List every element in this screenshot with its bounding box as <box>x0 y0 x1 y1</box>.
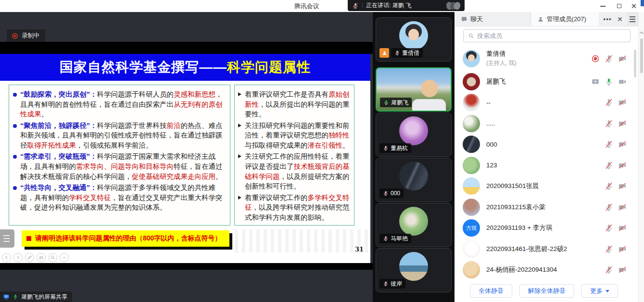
mic-muted-icon[interactable] <box>605 98 613 107</box>
bullet-text: “需求牵引，突破瓶颈”：科学问题源于国家重大需求和经济主战场，且具有鲜明的需求导… <box>20 151 225 181</box>
member-row[interactable]: 方琪 20220931193 + 李方琪 <box>455 218 633 239</box>
camera-muted-icon[interactable] <box>618 203 627 212</box>
mute-all-button[interactable]: 全体静音 <box>470 284 512 298</box>
mic-muted-icon[interactable] <box>605 182 613 190</box>
tencent-meeting-window: 腾讯会议 ✕ 正在讲话: 屠鹏 飞 录制中 国家自然科学基金撰写——科学问题属性… <box>0 0 644 302</box>
search-input[interactable] <box>477 32 626 39</box>
arrow-bullet-icon <box>238 92 241 96</box>
scrollbar-thumb[interactable] <box>640 38 643 73</box>
maximize-button[interactable] <box>612 0 626 12</box>
participant-name: 董易杭 <box>391 144 408 152</box>
slide-bullet: 关注拟研究科学问题的重要性和前沿性，着重评议研究思想的独特性与拟取得研究成果的潜… <box>238 121 350 151</box>
magnifier-tool-button[interactable] <box>48 253 57 262</box>
video-tile[interactable]: 董易杭 <box>376 113 452 157</box>
mic-muted-icon[interactable] <box>605 245 613 253</box>
previous-slide-button[interactable] <box>2 253 11 262</box>
menu-button[interactable] <box>627 12 638 26</box>
camera-muted-icon[interactable] <box>618 140 627 149</box>
slide-left-column: “鼓励探索，突出原创”：科学问题源于科研人员的灵感和新思想，且具有鲜明的首创性特… <box>9 85 230 226</box>
window-scrollbar[interactable] <box>638 12 644 302</box>
avatar <box>463 199 480 216</box>
letterbox-top <box>0 42 373 54</box>
camera-muted-icon[interactable] <box>618 98 627 107</box>
mic-muted-icon[interactable] <box>605 161 613 170</box>
camera-muted-icon[interactable] <box>618 161 627 170</box>
member-row[interactable]: 董倩倩 (主持人, 我) <box>455 46 633 71</box>
mic-muted-icon[interactable] <box>605 265 613 274</box>
member-row[interactable]: 屠鹏飞 <box>455 71 633 92</box>
more-button[interactable]: 更多 <box>581 284 618 298</box>
tab-members[interactable]: 管理成员(207) <box>531 12 599 26</box>
camera-muted-icon[interactable] <box>618 119 627 128</box>
camera-on-icon[interactable] <box>618 77 627 86</box>
member-list-scrollbar[interactable] <box>634 50 636 77</box>
mic-muted-icon[interactable] <box>605 224 613 232</box>
screen-share-badge: 屠鹏飞的屏幕共享 <box>0 291 72 302</box>
bullet-dot-icon <box>13 93 17 97</box>
camera-muted-icon[interactable] <box>618 182 627 190</box>
minimize-button[interactable] <box>595 0 610 12</box>
mic-muted-icon <box>383 145 389 151</box>
members-panel: 聊天 管理成员(207) ••• ✕ <box>455 12 638 302</box>
next-slide-button[interactable] <box>13 253 23 262</box>
scroll-up-icon[interactable] <box>639 32 643 36</box>
search-icon <box>468 33 474 39</box>
members-icon <box>537 16 544 23</box>
mic-muted-icon[interactable] <box>605 140 613 149</box>
member-row[interactable]: 123 <box>455 155 633 176</box>
video-tile-active-speaker[interactable]: 屠鹏飞 <box>376 67 452 112</box>
member-row[interactable]: 20200931501张晨 <box>455 176 633 197</box>
chevron-down-icon <box>606 290 609 292</box>
avatar <box>399 116 428 145</box>
bullet-text: “鼓励探索，突出原创”：科学问题源于科研人员的灵感和新思想，且具有鲜明的首创性特… <box>20 89 225 119</box>
video-tile[interactable]: 马翠艳 <box>376 203 452 247</box>
close-panel-button[interactable]: ✕ <box>617 15 623 23</box>
member-name: 20210931215袁小棠 <box>486 203 545 212</box>
member-row[interactable]: -- <box>455 92 633 113</box>
mic-muted-icon <box>383 236 389 241</box>
member-search-box[interactable] <box>463 29 631 42</box>
member-row[interactable]: ..... <box>455 113 633 134</box>
video-tile[interactable]: 彼岸 <box>376 248 452 292</box>
video-tile[interactable]: 董倩倩 <box>376 17 452 62</box>
participant-name-pill: 董倩倩 <box>391 48 423 58</box>
speaker-face <box>421 80 438 97</box>
panel-actions: ••• ✕ <box>599 12 627 26</box>
participant-name-pill: 000 <box>379 189 404 198</box>
slide-bullet: 着重评议研究工作的多学科交叉特征，以及跨学科研究对推动研究范式和学科方向发展的影… <box>238 193 350 223</box>
slide-toolbar <box>2 252 69 263</box>
camera-muted-icon[interactable] <box>618 54 627 63</box>
camera-muted-icon[interactable] <box>618 245 627 253</box>
close-button[interactable]: ✕ <box>627 0 641 12</box>
avatar <box>463 73 480 90</box>
camera-muted-icon[interactable] <box>618 224 627 232</box>
member-row[interactable]: 22020931461-张思碧-22硕2 <box>455 239 633 260</box>
mic-muted-icon[interactable] <box>605 54 613 63</box>
avatar: 方琪 <box>463 219 480 237</box>
mic-on-icon[interactable] <box>605 77 613 86</box>
tab-chat[interactable]: 聊天 <box>455 12 531 26</box>
member-row[interactable]: 24-杨俏丽-20220941304 <box>455 260 633 281</box>
avatar <box>463 261 480 278</box>
slide-panel-toggle[interactable] <box>0 229 14 248</box>
pen-tool-button[interactable] <box>25 253 34 262</box>
more-options-button[interactable]: ••• <box>603 15 612 23</box>
avatar <box>463 115 480 132</box>
slide-watermark-stripes <box>235 229 368 252</box>
slide-title-accent: 科学问题属性 <box>227 58 311 76</box>
participant-name: 屠鹏飞 <box>391 99 408 107</box>
member-row[interactable]: 000 <box>455 134 633 155</box>
participant-name: 彼岸 <box>391 280 402 288</box>
video-tile[interactable]: 000 <box>376 158 452 202</box>
eraser-tool-button[interactable] <box>37 253 46 262</box>
mic-muted-icon[interactable] <box>605 203 613 212</box>
mic-muted-icon[interactable] <box>605 119 613 128</box>
bullet-dot-icon <box>13 186 17 190</box>
more-tools-button[interactable] <box>60 253 69 262</box>
unmute-all-button[interactable]: 解除全体静音 <box>519 284 574 298</box>
member-row[interactable]: 20210931215袁小棠 <box>455 197 633 218</box>
participant-name-pill: 董易杭 <box>379 143 411 153</box>
arrow-bullet-icon <box>238 196 241 200</box>
camera-muted-icon[interactable] <box>618 265 627 274</box>
participant-name: 000 <box>391 190 400 197</box>
